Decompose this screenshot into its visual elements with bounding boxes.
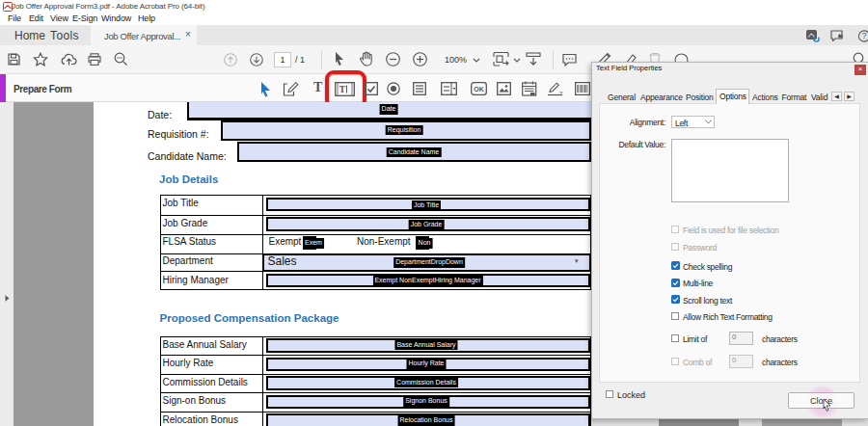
svg-text:OK: OK [474, 86, 484, 93]
svg-text:?: ? [862, 31, 867, 40]
